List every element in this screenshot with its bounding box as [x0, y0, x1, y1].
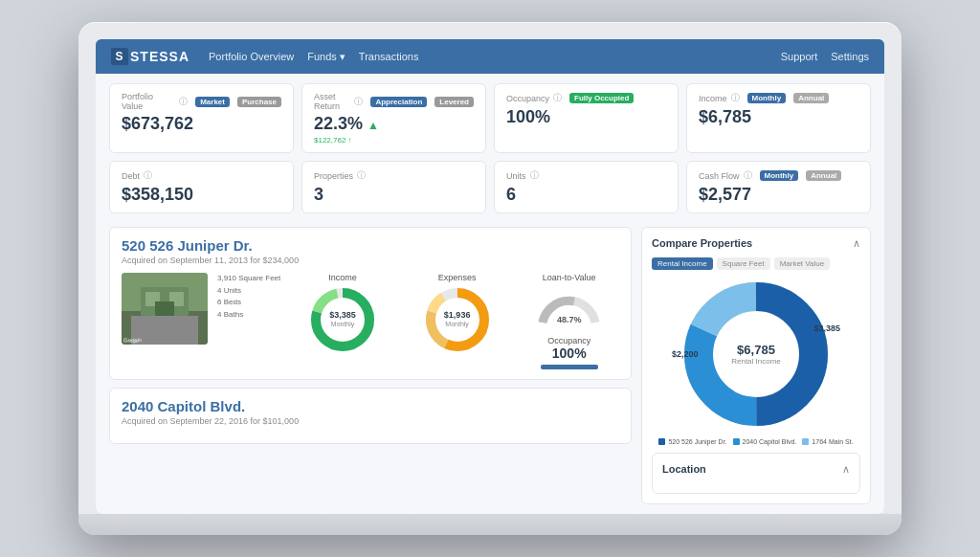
stat-sqft: 3,910 Square Feet: [217, 273, 280, 285]
badge-market[interactable]: Market: [195, 97, 230, 107]
property-1-subtitle: Acquired on September 11, 2013 for $234,…: [122, 256, 619, 265]
logo-s: S: [111, 48, 128, 65]
metric-occupancy: Occupancy ⓘ Fully Occupied 100%: [494, 83, 679, 153]
badge-purchase[interactable]: Purchase: [237, 97, 281, 107]
property-1-title[interactable]: 520 526 Juniper Dr.: [122, 237, 619, 254]
nav-settings[interactable]: Settings: [831, 51, 869, 62]
property-2-title[interactable]: 2040 Capitol Blvd.: [122, 398, 619, 414]
charts-row: Income $3,385 Monthly: [290, 273, 619, 369]
value-income: $6,785: [699, 108, 858, 127]
compare-center-amount: $6,785: [731, 343, 781, 357]
metric-debt: Debt ⓘ $358,150: [109, 161, 294, 213]
label-text-units: Units: [506, 171, 526, 181]
metric-label-properties: Properties ⓘ: [314, 169, 474, 182]
occupancy-bar: [541, 365, 598, 369]
income-donut: $3,385 Monthly: [309, 286, 376, 353]
metric-label-asset: Asset Return ⓘ Appreciation Levered: [314, 92, 474, 111]
svg-rect-5: [155, 301, 174, 316]
filter-badges: Rental Income Square Feet Market Value: [652, 257, 860, 270]
badge-levered[interactable]: Levered: [434, 97, 474, 107]
compare-donut: $6,785 Rental Income $2,200 $3,385: [679, 278, 833, 431]
badge-appreciation[interactable]: Appreciation: [370, 97, 427, 107]
info-icon-income: ⓘ: [731, 92, 740, 104]
property-1-details: 3,910 Square Feet 4 Units 6 Beds 4 Baths: [217, 273, 280, 322]
nav-funds[interactable]: Funds ▾: [307, 51, 345, 63]
filter-market-value[interactable]: Market Value: [774, 257, 831, 270]
svg-text:Google: Google: [123, 338, 139, 344]
property-2-subtitle: Acquired on September 22, 2016 for $101,…: [122, 416, 619, 426]
badge-income-annual[interactable]: Annual: [793, 93, 829, 103]
metrics-section: Portfolio Value ⓘ Market Purchase $673,7…: [96, 74, 884, 227]
badge-cashflow-monthly[interactable]: Monthly: [760, 170, 799, 181]
nav-portfolio[interactable]: Portfolio Overview: [209, 51, 294, 63]
legend-label-1: 520 526 Juniper Dr.: [668, 438, 726, 445]
property-1-photo: Google: [122, 273, 208, 345]
main-content: 520 526 Juniper Dr. Acquired on Septembe…: [96, 227, 884, 514]
property-2-section: 2040 Capitol Blvd. Acquired on September…: [109, 388, 632, 444]
label-text-debt: Debt: [122, 171, 140, 181]
nav-transactions[interactable]: Transactions: [359, 51, 419, 63]
info-icon-properties: ⓘ: [357, 169, 366, 182]
badge-fully-occupied[interactable]: Fully Occupied: [569, 93, 634, 103]
compare-center-label: Rental Income: [731, 357, 781, 366]
info-icon-debt: ⓘ: [144, 169, 152, 182]
metric-properties: Properties ⓘ 3: [301, 161, 486, 213]
income-label: Income: [328, 273, 357, 282]
logo: S STESSA: [111, 48, 189, 65]
location-section: Location ∧: [652, 453, 860, 494]
compare-legend: 520 526 Juniper Dr. 2040 Capitol Blvd. 1…: [652, 438, 860, 445]
expenses-donut: $1,936 Monthly: [424, 286, 491, 353]
property-1-stats: 3,910 Square Feet 4 Units 6 Beds 4 Baths: [217, 273, 280, 322]
ltv-percent: 48.7%: [557, 315, 582, 324]
metrics-row-2: Debt ⓘ $358,150 Properties ⓘ 3 Uni: [109, 161, 871, 213]
metric-label-cashflow: Cash Flow ⓘ Monthly Annual: [699, 169, 858, 182]
info-icon-asset: ⓘ: [354, 96, 363, 108]
filter-rental-income[interactable]: Rental Income: [652, 257, 713, 270]
label-text-asset: Asset Return: [314, 92, 350, 111]
value-occupancy: 100%: [506, 108, 666, 127]
label-text-portfolio: Portfolio Value: [122, 92, 175, 111]
ltv-label: Loan-to-Value: [543, 273, 596, 282]
laptop-screen: S STESSA Portfolio Overview Funds ▾ Tran…: [96, 39, 884, 514]
badge-income-monthly[interactable]: Monthly: [747, 93, 787, 103]
income-amount: $3,385: [329, 310, 356, 321]
nav-support[interactable]: Support: [781, 51, 818, 62]
legend-item-3: 1764 Main St.: [802, 438, 853, 445]
metrics-row-1: Portfolio Value ⓘ Market Purchase $673,7…: [109, 83, 871, 153]
compare-toggle[interactable]: ∧: [853, 237, 860, 250]
compare-title: Compare Properties: [652, 237, 752, 249]
legend-label-3: 1764 Main St.: [812, 438, 853, 445]
location-toggle[interactable]: ∧: [842, 463, 850, 476]
info-icon-units: ⓘ: [530, 169, 539, 182]
donut-label-right: $3,385: [813, 323, 840, 333]
label-text-income: Income: [699, 94, 727, 103]
info-icon-occupancy: ⓘ: [553, 92, 562, 104]
metric-label-income: Income ⓘ Monthly Annual: [699, 92, 858, 104]
income-period: Monthly: [329, 321, 356, 328]
occupancy-label-2: Occupancy: [547, 336, 590, 345]
value-debt: $358,150: [122, 186, 281, 205]
legend-dot-3: [802, 438, 809, 445]
right-panel: Compare Properties ∧ Rental Income Squar…: [641, 227, 871, 504]
svg-rect-6: [131, 316, 198, 345]
label-text-cashflow: Cash Flow: [699, 171, 740, 181]
filter-sqft[interactable]: Square Feet: [717, 257, 770, 270]
value-cashflow: $2,577: [699, 186, 858, 205]
navbar: S STESSA Portfolio Overview Funds ▾ Tran…: [96, 39, 884, 74]
income-donut-center: $3,385 Monthly: [329, 310, 356, 328]
compare-header: Compare Properties ∧: [652, 237, 860, 250]
legend-dot-2: [733, 438, 740, 445]
metric-portfolio-value: Portfolio Value ⓘ Market Purchase $673,7…: [109, 83, 294, 153]
occupancy-value: 100%: [552, 345, 587, 361]
compare-section: Compare Properties ∧ Rental Income Squar…: [652, 237, 860, 445]
logo-text: STESSA: [130, 49, 189, 64]
metric-label-units: Units ⓘ: [506, 169, 666, 182]
legend-dot-1: [658, 438, 665, 445]
ltv-occupancy-chart: Loan-to-Value 48.7% Occupancy 100%: [538, 273, 600, 369]
income-chart: Income $3,385 Monthly: [309, 273, 376, 353]
compare-donut-center: $6,785 Rental Income: [731, 343, 781, 366]
ltv-gauge: 48.7%: [538, 286, 600, 324]
location-header: Location ∧: [662, 463, 850, 476]
laptop-base: [78, 514, 902, 535]
badge-cashflow-annual[interactable]: Annual: [806, 170, 841, 181]
